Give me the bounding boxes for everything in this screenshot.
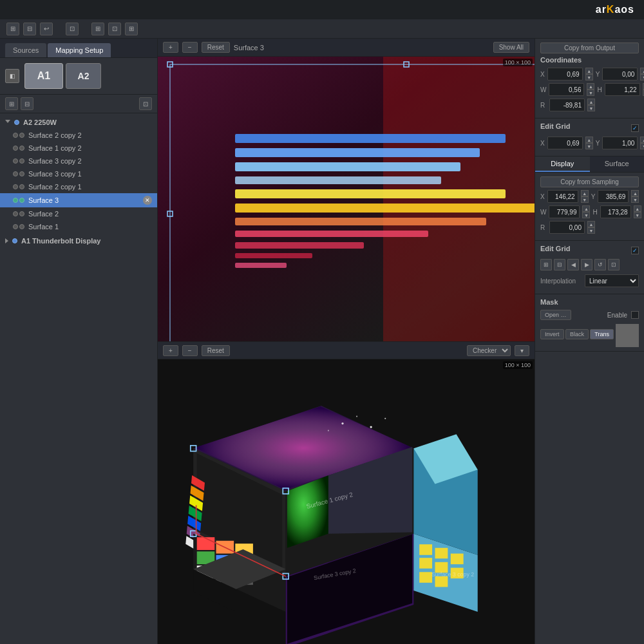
grid-icon-6[interactable]: ⊡ — [608, 259, 620, 270]
layer-item-3[interactable]: Surface 3 copy 1 — [0, 167, 157, 180]
viewport-top[interactable]: 100 × 100 — [158, 57, 535, 341]
toolbar-btn-4[interactable]: ⊡ — [66, 23, 79, 35]
toolbar-btn-2[interactable]: ⊟ — [23, 23, 36, 35]
h-input-top[interactable] — [605, 83, 640, 96]
panel-extra-btn[interactable]: ⊡ — [139, 97, 152, 110]
invert-btn[interactable]: Invert — [540, 329, 564, 339]
w-down-top[interactable]: ▼ — [587, 90, 594, 96]
y-up-bottom[interactable]: ▲ — [631, 190, 639, 196]
eg-y-up[interactable]: ▲ — [640, 137, 644, 143]
minus-btn-top[interactable]: − — [182, 42, 198, 53]
plus-btn-top[interactable]: + — [163, 42, 178, 53]
panel-add-btn[interactable]: ⊞ — [5, 97, 18, 110]
tab-sources[interactable]: Sources — [5, 43, 46, 57]
toolbar-btn-1[interactable]: ⊞ — [6, 23, 19, 35]
x-up-bottom[interactable]: ▲ — [581, 190, 589, 196]
h-input-bottom[interactable] — [600, 205, 631, 218]
reset-btn-top[interactable]: Reset — [202, 42, 230, 53]
minus-btn-bottom[interactable]: − — [182, 345, 198, 356]
copy-from-output-btn[interactable]: Copy from Output — [540, 43, 639, 53]
w-spinner-top[interactable]: ▲▼ — [587, 83, 594, 96]
trans-btn[interactable]: Trans — [590, 329, 614, 339]
x-input-top[interactable] — [547, 68, 583, 80]
tab-mapping-setup[interactable]: Mapping Setup — [48, 43, 111, 57]
toolbar-btn-7[interactable]: ⊞ — [125, 23, 138, 35]
right-tab-surface[interactable]: Surface — [590, 156, 645, 172]
w-input-top[interactable] — [549, 83, 584, 96]
toolbar-btn-5[interactable]: ⊞ — [91, 23, 104, 35]
edit-grid-checkbox-top[interactable]: ✓ — [631, 124, 639, 132]
interpolation-select[interactable]: Linear — [585, 274, 639, 287]
x-input-bottom[interactable] — [547, 190, 578, 203]
show-all-btn[interactable]: Show All — [493, 42, 529, 53]
layer-item-0[interactable]: Surface 2 copy 2 — [0, 129, 157, 142]
y-up-top[interactable]: ▲ — [640, 68, 644, 74]
toolbar-btn-6[interactable]: ⊡ — [108, 23, 121, 35]
eg-y-input[interactable] — [602, 137, 638, 149]
eg-y-down[interactable]: ▼ — [640, 143, 644, 149]
layer-item-7[interactable]: Surface 1 — [0, 220, 157, 233]
h-spinner-bottom[interactable]: ▲▼ — [634, 205, 641, 218]
layer-item-2[interactable]: Surface 3 copy 2 — [0, 155, 157, 167]
right-tab-display[interactable]: Display — [535, 156, 590, 172]
x-label-top: X — [540, 71, 545, 78]
output-tab-a1[interactable]: A1 — [24, 63, 63, 89]
x-down-bottom[interactable]: ▼ — [581, 196, 589, 203]
layer-group-a2-header[interactable]: A2 2250W — [0, 116, 157, 129]
w-input-bottom[interactable] — [549, 205, 580, 218]
eg-y-spinner[interactable]: ▲▼ — [640, 137, 644, 149]
w-down-bottom[interactable]: ▼ — [582, 212, 590, 218]
checker-select[interactable]: Checker — [467, 345, 511, 356]
w-up-top[interactable]: ▲ — [587, 83, 594, 90]
copy-from-sampling-btn[interactable]: Copy from Sampling — [540, 176, 639, 187]
grid-icon-3[interactable]: ◀ — [567, 259, 579, 270]
x-down-top[interactable]: ▼ — [585, 74, 593, 80]
layer-item-4[interactable]: Surface 2 copy 1 — [0, 180, 157, 193]
black-btn[interactable]: Black — [565, 329, 589, 339]
viewport-bottom[interactable]: Surface 1 copy 2 Surface 3 copy 2 Surfac… — [158, 359, 535, 644]
y-input-bottom[interactable] — [598, 190, 629, 203]
checker-dropdown[interactable]: ▾ — [515, 345, 529, 356]
r-down-top[interactable]: ▼ — [587, 105, 595, 111]
x-spinner-bottom[interactable]: ▲▼ — [581, 190, 589, 203]
r-spinner-bottom[interactable]: ▲▼ — [587, 221, 595, 234]
y-down-top[interactable]: ▼ — [640, 74, 644, 80]
layer-item-5[interactable]: Surface 3 ✕ — [0, 193, 157, 207]
edit-grid-checkbox-bottom[interactable]: ✓ — [631, 247, 639, 254]
r-spinner-top[interactable]: ▲▼ — [587, 99, 595, 111]
plus-btn-bottom[interactable]: + — [163, 345, 178, 356]
h-down-bottom[interactable]: ▼ — [634, 212, 641, 218]
output-tab-a2[interactable]: A2 — [66, 63, 101, 89]
y-spinner-top[interactable]: ▲▼ — [640, 68, 644, 80]
h-up-bottom[interactable]: ▲ — [634, 205, 641, 212]
r-up-bottom[interactable]: ▲ — [587, 221, 595, 227]
x-up-top[interactable]: ▲ — [585, 68, 593, 74]
r-input-bottom[interactable] — [549, 221, 585, 234]
layer-item-1[interactable]: Surface 1 copy 2 — [0, 142, 157, 155]
r-input-top[interactable] — [549, 99, 585, 111]
r-up-top[interactable]: ▲ — [587, 99, 595, 105]
eg-x-input[interactable] — [547, 137, 583, 149]
layer-group-a1-header[interactable]: A1 Thunderbolt Display — [0, 234, 157, 247]
grid-icon-4[interactable]: ▶ — [581, 259, 592, 270]
layer-item-6[interactable]: Surface 2 — [0, 207, 157, 220]
y-down-bottom[interactable]: ▼ — [631, 196, 639, 203]
grid-icon-1[interactable]: ⊞ — [540, 259, 552, 270]
mask-open-btn[interactable]: Open … — [540, 310, 571, 320]
enable-checkbox[interactable] — [631, 311, 639, 319]
panel-sub-btn[interactable]: ⊟ — [21, 97, 33, 110]
eg-x-up[interactable]: ▲ — [585, 137, 593, 143]
toolbar-btn-3[interactable]: ↩ — [40, 23, 53, 35]
w-up-bottom[interactable]: ▲ — [582, 205, 590, 212]
grid-icon-5[interactable]: ↺ — [594, 259, 606, 270]
w-spinner-bottom[interactable]: ▲▼ — [582, 205, 590, 218]
eg-x-down[interactable]: ▼ — [585, 143, 593, 149]
eg-x-spinner[interactable]: ▲▼ — [585, 137, 593, 149]
layer-delete-btn[interactable]: ✕ — [143, 196, 152, 205]
grid-icon-2[interactable]: ⊟ — [554, 259, 565, 270]
y-input-top[interactable] — [602, 68, 638, 80]
r-down-bottom[interactable]: ▼ — [587, 227, 595, 234]
y-spinner-bottom[interactable]: ▲▼ — [631, 190, 639, 203]
x-spinner-top[interactable]: ▲▼ — [585, 68, 593, 80]
reset-btn-bottom[interactable]: Reset — [202, 345, 230, 356]
